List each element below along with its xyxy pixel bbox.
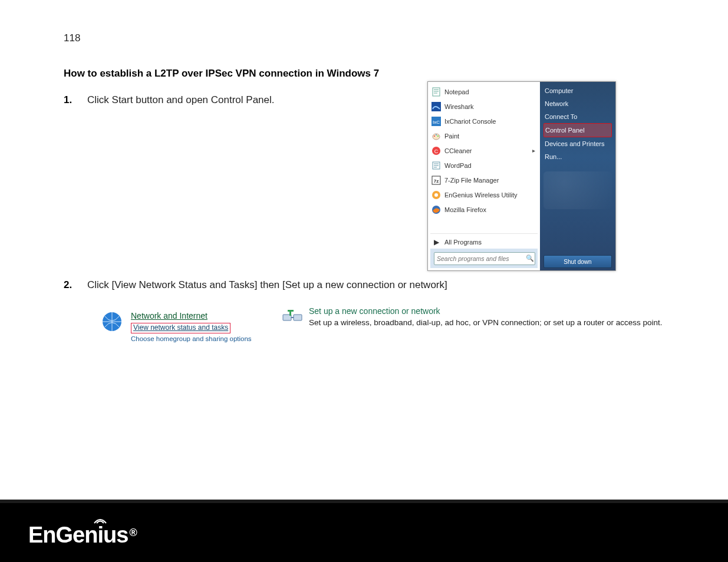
start-menu-screenshot: Notepad Wireshark IxC IxChariot Console … — [427, 81, 616, 271]
startmenu-item-label: CCleaner — [444, 147, 529, 154]
startmenu-item-label: Paint — [444, 133, 538, 140]
startmenu-item-label: WordPad — [444, 162, 538, 169]
wordpad-icon — [431, 161, 441, 170]
start-menu-left-pane: Notepad Wireshark IxC IxChariot Console … — [428, 82, 540, 270]
network-internet-links: Network and Internet View network status… — [131, 310, 252, 343]
engenius-util-icon — [431, 190, 441, 200]
firefox-icon — [431, 205, 441, 214]
startmenu-item-label: 7-Zip File Manager — [444, 177, 538, 184]
startmenu-right-control-panel[interactable]: Control Panel — [543, 123, 612, 137]
setup-connection-illustration: Set up a new connection or network Set u… — [282, 306, 663, 328]
startmenu-item-wireshark[interactable]: Wireshark — [430, 99, 538, 114]
startmenu-item-engenius-utility[interactable]: EnGenius Wireless Utility — [430, 187, 538, 202]
section-heading: How to establish a L2TP over IPSec VPN c… — [64, 68, 379, 80]
setup-connection-icon — [282, 306, 303, 328]
startmenu-item-label: Wireshark — [444, 103, 538, 110]
step-number: 2. — [64, 279, 87, 291]
startmenu-right-run[interactable]: Run... — [543, 150, 612, 163]
shutdown-button[interactable]: Shut down — [543, 255, 612, 268]
network-internet-icon — [99, 310, 125, 333]
network-and-internet-illustration: Network and Internet View network status… — [99, 310, 252, 343]
svg-point-5 — [434, 135, 435, 137]
startmenu-item-wordpad[interactable]: WordPad — [430, 158, 538, 173]
start-menu-right-pane: Computer Network Connect To Control Pane… — [540, 82, 615, 270]
svg-point-14 — [434, 193, 438, 197]
svg-rect-18 — [294, 315, 302, 320]
startmenu-all-programs[interactable]: ▶ All Programs — [430, 233, 538, 249]
svg-text:C: C — [434, 148, 439, 154]
search-input[interactable] — [434, 252, 535, 265]
startmenu-item-notepad[interactable]: Notepad — [430, 84, 538, 99]
instruction-step-2: 2. Click [View Network Status and Tasks]… — [64, 279, 447, 291]
wireshark-icon — [431, 102, 441, 111]
wifi-icon — [93, 515, 108, 525]
ixchariot-icon: IxC — [431, 117, 441, 126]
paint-icon — [431, 131, 441, 141]
startmenu-item-ccleaner[interactable]: C CCleaner — [430, 143, 538, 158]
instruction-step-1: 1. Click Start button and open Control P… — [64, 94, 275, 106]
engenius-logo: EnGeni us® — [28, 518, 137, 548]
startmenu-search-region: 🔍 — [430, 249, 538, 268]
svg-point-6 — [436, 134, 437, 135]
user-avatar-placeholder — [543, 171, 612, 209]
sevenzip-icon: 7z — [431, 176, 441, 185]
setup-connection-subtitle: Set up a wireless, broadband, dial-up, a… — [309, 318, 663, 327]
startmenu-item-paint[interactable]: Paint — [430, 128, 538, 143]
startmenu-right-devices-printers[interactable]: Devices and Printers — [543, 137, 612, 150]
startmenu-item-ixchariot[interactable]: IxC IxChariot Console — [430, 114, 538, 128]
registered-mark-icon: ® — [129, 527, 136, 539]
startmenu-right-connectto[interactable]: Connect To — [543, 110, 612, 123]
svg-text:7z: 7z — [434, 178, 439, 184]
startmenu-item-firefox[interactable]: Mozilla Firefox — [430, 202, 538, 217]
startmenu-item-label: Mozilla Firefox — [444, 206, 538, 213]
view-network-status-link[interactable]: View network status and tasks — [131, 323, 230, 333]
logo-text: EnGeni us — [28, 518, 128, 548]
startmenu-right-computer[interactable]: Computer — [543, 84, 612, 97]
step-number: 1. — [64, 94, 87, 106]
startmenu-item-label: Notepad — [444, 88, 538, 95]
svg-text:IxC: IxC — [433, 120, 440, 125]
network-and-internet-link[interactable]: Network and Internet — [131, 310, 252, 321]
startmenu-item-label: IxChariot Console — [444, 118, 538, 125]
step-text: Click [View Network Status and Tasks] th… — [87, 279, 447, 291]
ccleaner-icon: C — [431, 146, 441, 156]
logo-i-with-wifi: i — [97, 518, 103, 548]
arrow-right-icon: ▶ — [431, 237, 441, 247]
setup-connection-title[interactable]: Set up a new connection or network — [309, 306, 663, 316]
svg-point-7 — [437, 135, 439, 137]
page-number: 118 — [64, 32, 80, 44]
startmenu-right-network[interactable]: Network — [543, 97, 612, 110]
notepad-icon — [431, 87, 441, 97]
startmenu-item-label: EnGenius Wireless Utility — [444, 191, 538, 199]
step-text: Click Start button and open Control Pane… — [87, 94, 275, 106]
page-footer: EnGeni us® — [0, 500, 728, 562]
svg-rect-0 — [433, 88, 440, 96]
startmenu-item-7zip[interactable]: 7z 7-Zip File Manager — [430, 173, 538, 187]
svg-rect-20 — [288, 310, 294, 312]
startmenu-item-label: All Programs — [444, 239, 538, 246]
choose-homegroup-link[interactable]: Choose homegroup and sharing options — [131, 335, 252, 343]
